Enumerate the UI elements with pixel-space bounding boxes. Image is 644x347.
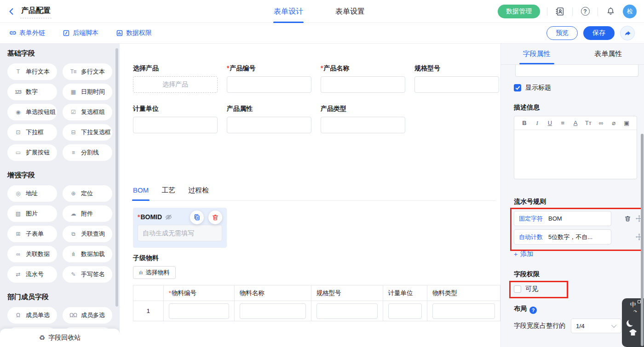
calendar-icon: ▦ bbox=[69, 89, 78, 95]
sidebar-item-member-multi[interactable]: ΩΩ成员多选 bbox=[63, 307, 112, 324]
link-icon[interactable]: ∞ bbox=[595, 119, 608, 126]
tab-form-design[interactable]: 表单设计 bbox=[274, 0, 303, 23]
sidebar-item-related-data[interactable]: ∞关联数据 bbox=[7, 246, 57, 262]
unlink-icon[interactable]: ⌀ bbox=[607, 119, 620, 126]
add-rule-button[interactable]: + 添加 bbox=[514, 250, 546, 258]
divider bbox=[547, 7, 547, 16]
font-color-icon[interactable]: A bbox=[569, 119, 582, 126]
select-material-button[interactable]: ılı 选择物料 bbox=[133, 266, 176, 279]
align-icon[interactable]: ≡ bbox=[556, 119, 569, 126]
save-button[interactable]: 保存 bbox=[583, 26, 615, 40]
sidebar-item-serial-number[interactable]: ⇄流水号 bbox=[7, 266, 57, 283]
spec-model-cell-input[interactable] bbox=[316, 303, 378, 319]
rule-fixed-char[interactable]: 固定字符 BOM bbox=[514, 211, 611, 226]
form-fields-grid: 选择产品 选择产品 *产品编号 *产品名称 规格型号 计量单位 bbox=[133, 64, 500, 133]
language-switch-icon[interactable]: 中 ↷ bbox=[629, 301, 637, 315]
dark-mode-moon-icon[interactable] bbox=[628, 319, 635, 325]
sidebar-item-locate[interactable]: ⊕定位 bbox=[63, 185, 112, 202]
sidebar-item-radio-group[interactable]: ◉单选按钮组 bbox=[7, 104, 57, 120]
sidebar-scrollbar[interactable] bbox=[115, 48, 118, 307]
help-icon[interactable]: ? bbox=[580, 6, 591, 17]
sidebar-item-divider-line[interactable]: ≡分割线 bbox=[63, 144, 112, 161]
sidebar-item-related-query[interactable]: ⧉关联查询 bbox=[63, 226, 112, 242]
tab-field-properties[interactable]: 字段属性 bbox=[501, 44, 573, 64]
tab-process[interactable]: 工艺 bbox=[161, 186, 175, 200]
notification-bell-icon[interactable] bbox=[605, 6, 616, 17]
unit-cell-input[interactable] bbox=[388, 303, 422, 319]
sidebar-item-single-line-text[interactable]: T单行文本 bbox=[7, 63, 57, 80]
address-book-icon[interactable] bbox=[554, 6, 565, 17]
field-recycle-bin[interactable]: ♻ 字段回收站 bbox=[0, 329, 120, 347]
serial-rule-row-fixed: 固定字符 BOM bbox=[514, 211, 643, 226]
material-type-input[interactable] bbox=[432, 303, 495, 319]
select-product-picker[interactable]: 选择产品 bbox=[133, 76, 218, 93]
user-avatar[interactable]: 检 bbox=[623, 5, 637, 18]
share-button[interactable] bbox=[620, 26, 635, 40]
font-size-icon[interactable]: Tт bbox=[582, 119, 595, 126]
sidebar-item-subform[interactable]: ⊞子表单 bbox=[7, 226, 57, 242]
visible-checkbox[interactable] bbox=[514, 285, 521, 293]
sidebar-item-checkbox-group[interactable]: ☑复选框组 bbox=[63, 104, 112, 120]
sidebar-item-dropdown[interactable]: ⊡下拉框 bbox=[7, 124, 57, 141]
sidebar-item-signature[interactable]: ✎手写签名 bbox=[63, 266, 112, 283]
active-tab-underline bbox=[132, 199, 150, 201]
insert-image-icon[interactable]: ▣ bbox=[620, 119, 633, 126]
label-text: 产品类型 bbox=[321, 105, 346, 112]
copy-field-button[interactable] bbox=[190, 210, 204, 224]
link-icon bbox=[9, 29, 17, 37]
bomid-input[interactable] bbox=[138, 225, 222, 241]
rule-auto-count[interactable]: 自动计数 5位数字，不自... bbox=[514, 229, 611, 245]
backend-script-button[interactable]: 后端脚本 bbox=[63, 29, 98, 37]
product-type-input[interactable] bbox=[321, 117, 405, 133]
tab-bom[interactable]: BOM bbox=[133, 186, 149, 200]
back-button[interactable] bbox=[7, 7, 16, 16]
material-name-input[interactable] bbox=[240, 303, 306, 319]
sidebar-item-number[interactable]: 123数字 bbox=[7, 84, 57, 100]
show-title-checkbox[interactable] bbox=[514, 84, 521, 91]
sidebar-item-extend-button[interactable]: ▭扩展按钮 bbox=[7, 144, 57, 161]
external-link-button[interactable]: 表单外链 bbox=[9, 29, 45, 37]
product-name-input[interactable] bbox=[321, 76, 405, 93]
tab-form-settings[interactable]: 表单设置 bbox=[335, 0, 365, 23]
italic-icon[interactable]: I bbox=[531, 119, 544, 127]
delete-rule-icon[interactable] bbox=[624, 215, 631, 222]
item-label: 下拉复选框 bbox=[81, 128, 111, 137]
sidebar-item-attachment[interactable]: ☁附件 bbox=[63, 205, 112, 222]
tab-form-properties[interactable]: 表单属性 bbox=[573, 44, 644, 64]
underline-icon[interactable]: U bbox=[544, 119, 557, 126]
unit-input[interactable] bbox=[133, 117, 218, 133]
product-code-input[interactable] bbox=[227, 76, 311, 93]
tab-process-check[interactable]: 过程检 bbox=[188, 186, 209, 200]
panel-scrollbar[interactable] bbox=[641, 134, 644, 346]
body: 基础字段 T单行文本 T≡多行文本 123数字 ▦日期时间 ◉单选按钮组 ☑复选… bbox=[0, 44, 644, 347]
product-attribute-input[interactable] bbox=[227, 117, 311, 133]
person-icon: Ω bbox=[13, 312, 23, 319]
sidebar-item-dropdown-multi[interactable]: ⊟下拉复选框 bbox=[63, 124, 112, 141]
selected-field-bomid[interactable]: *BOMID bbox=[133, 208, 227, 248]
sidebar-item-address[interactable]: ◎地址 bbox=[7, 185, 57, 202]
description-textarea[interactable] bbox=[514, 130, 637, 179]
sidebar-item-datetime[interactable]: ▦日期时间 bbox=[63, 84, 112, 100]
radio-icon: ◉ bbox=[13, 109, 23, 115]
delete-field-button[interactable] bbox=[208, 210, 222, 224]
sub-material-title: 子级物料 bbox=[133, 254, 500, 262]
cell-material-type bbox=[427, 301, 500, 321]
sidebar-item-multi-line-text[interactable]: T≡多行文本 bbox=[63, 63, 112, 80]
theme-shirt-icon[interactable] bbox=[628, 329, 638, 337]
bold-icon[interactable]: B bbox=[518, 119, 531, 126]
signature-pen-icon: ✎ bbox=[69, 271, 78, 278]
data-permission-button[interactable]: 数据权限 bbox=[116, 29, 152, 37]
material-code-input[interactable] bbox=[169, 303, 229, 319]
data-manage-button[interactable]: 数据管理 bbox=[498, 5, 540, 18]
preview-button[interactable]: 预览 bbox=[546, 26, 578, 40]
field-width-select[interactable]: 1/4 bbox=[571, 319, 621, 333]
field-title-input-partial[interactable] bbox=[515, 65, 638, 77]
sidebar-item-data-load[interactable]: ılı数据加载 bbox=[63, 246, 112, 262]
column-spec-model: 规格型号 bbox=[311, 285, 383, 301]
sidebar-item-member-single[interactable]: Ω成员单选 bbox=[7, 307, 57, 324]
active-tab-underline bbox=[519, 63, 554, 64]
bomid-label: *BOMID bbox=[138, 213, 162, 221]
spec-model-input[interactable] bbox=[414, 76, 499, 93]
sidebar-item-image[interactable]: ▧图片 bbox=[7, 205, 57, 222]
layout-help-icon[interactable]: ? bbox=[529, 307, 537, 314]
